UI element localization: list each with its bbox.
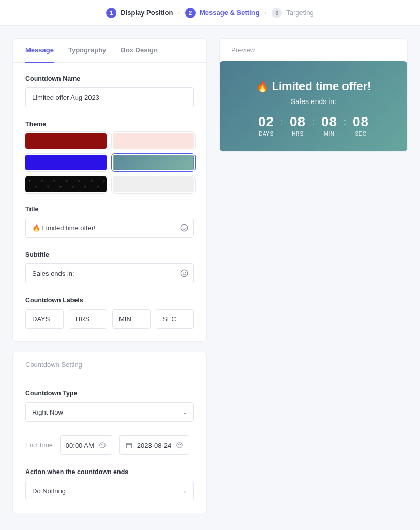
svg-point-1 [183, 227, 184, 228]
label-hrs-input[interactable] [69, 309, 107, 329]
timer-colon: : [344, 114, 347, 128]
stepper: 1 Display Position › 2 Message & Setting… [0, 0, 420, 26]
countdown-type-value: Right Now [32, 408, 63, 416]
step-targeting[interactable]: 3 Targeting [272, 8, 313, 18]
svg-point-4 [183, 272, 184, 273]
timer-sec-num: 08 [353, 114, 369, 130]
theme-grid [25, 133, 194, 192]
calendar-icon [125, 441, 133, 449]
preview-box: 🔥 Limited time offer! Sales ends in: 02 … [220, 61, 407, 151]
theme-label: Theme [25, 121, 194, 128]
step-label-1: Display Position [121, 9, 173, 17]
timer-hrs-num: 08 [290, 114, 306, 130]
timer-sec-lbl: SEC [355, 131, 366, 137]
svg-point-0 [181, 224, 188, 231]
tabs: Message Typography Box Design [13, 39, 206, 63]
subtitle-label: Subtitle [25, 251, 194, 258]
chevron-down-icon: ⌄ [183, 409, 187, 416]
step-display-position[interactable]: 1 Display Position [106, 8, 173, 18]
action-select[interactable]: Do Nothing ⌄ [25, 481, 194, 500]
preview-subtitle: Sales ends in: [230, 97, 397, 106]
preview-title-text: Limited time offer! [272, 80, 371, 93]
end-date-picker[interactable]: 2023-08-24 [119, 435, 190, 455]
timer-sec: 08 SEC [350, 114, 372, 137]
svg-rect-7 [126, 443, 131, 448]
timer-colon: : [312, 114, 314, 128]
countdown-type-select[interactable]: Right Now ⌄ [25, 402, 194, 422]
emoji-picker-icon[interactable] [178, 268, 190, 279]
step-label-2: Message & Setting [200, 9, 260, 17]
step-num-1: 1 [106, 8, 116, 18]
step-num-3: 3 [272, 8, 282, 18]
timer-hrs: 08 HRS [286, 114, 309, 137]
label-sec-input[interactable] [156, 309, 194, 329]
timer-min: 08 MIN [318, 114, 341, 137]
theme-blue[interactable] [25, 155, 107, 170]
clear-time-icon[interactable] [98, 441, 107, 449]
svg-point-5 [185, 272, 186, 273]
action-label: Action when the countdown ends [25, 468, 194, 476]
theme-light[interactable] [113, 176, 194, 192]
end-time-label: End Time [25, 441, 53, 449]
tab-box-design[interactable]: Box Design [121, 39, 158, 63]
subtitle-input[interactable] [25, 263, 194, 283]
theme-pattern[interactable] [25, 176, 107, 192]
clear-date-icon[interactable] [175, 441, 184, 449]
svg-point-3 [181, 270, 188, 277]
svg-point-2 [185, 227, 186, 228]
chevron-icon: › [265, 10, 267, 16]
label-days-input[interactable] [25, 309, 64, 329]
title-label: Title [25, 205, 194, 213]
countdown-setting-header: Countdown Setting [13, 352, 206, 377]
step-label-3: Targeting [286, 9, 313, 17]
chevron-down-icon: ⌄ [183, 488, 187, 494]
label-min-input[interactable] [112, 309, 151, 329]
theme-darkred[interactable] [25, 133, 107, 149]
timer-days: 02 DAYS [254, 114, 277, 137]
timer-colon: : [280, 114, 283, 128]
countdown-setting-card: Countdown Setting Countdown Type Right N… [12, 352, 207, 513]
theme-pink[interactable] [113, 133, 194, 149]
title-input[interactable] [25, 218, 194, 238]
countdown-type-label: Countdown Type [25, 390, 194, 397]
timer-days-num: 02 [258, 114, 274, 130]
countdown-name-label: Countdown Name [25, 75, 194, 82]
timer-min-num: 08 [321, 114, 337, 130]
preview-header: Preview [220, 39, 407, 61]
fire-icon: 🔥 [256, 80, 269, 93]
step-num-2: 2 [185, 8, 196, 18]
action-value: Do Nothing [32, 487, 66, 495]
step-message-setting[interactable]: 2 Message & Setting [185, 8, 260, 18]
preview-timer: 02 DAYS : 08 HRS : 08 MIN : 08 [230, 114, 397, 137]
end-time-value: 00:00 AM [66, 441, 94, 449]
tab-message[interactable]: Message [25, 39, 54, 63]
chevron-icon: › [178, 10, 180, 16]
timer-min-lbl: MIN [324, 131, 335, 137]
tab-typography[interactable]: Typography [68, 39, 106, 63]
end-time-picker[interactable]: 00:00 AM [60, 435, 112, 455]
countdown-name-input[interactable] [25, 87, 194, 107]
timer-days-lbl: DAYS [259, 131, 274, 137]
countdown-labels-label: Countdown Labels [25, 297, 194, 304]
emoji-picker-icon[interactable] [178, 222, 190, 233]
preview-title: 🔥 Limited time offer! [230, 80, 397, 93]
message-card: Message Typography Box Design Countdown … [12, 38, 207, 342]
timer-hrs-lbl: HRS [292, 131, 304, 137]
end-date-value: 2023-08-24 [137, 441, 172, 449]
preview-card: Preview 🔥 Limited time offer! Sales ends… [219, 38, 408, 152]
theme-teal[interactable] [113, 155, 194, 170]
